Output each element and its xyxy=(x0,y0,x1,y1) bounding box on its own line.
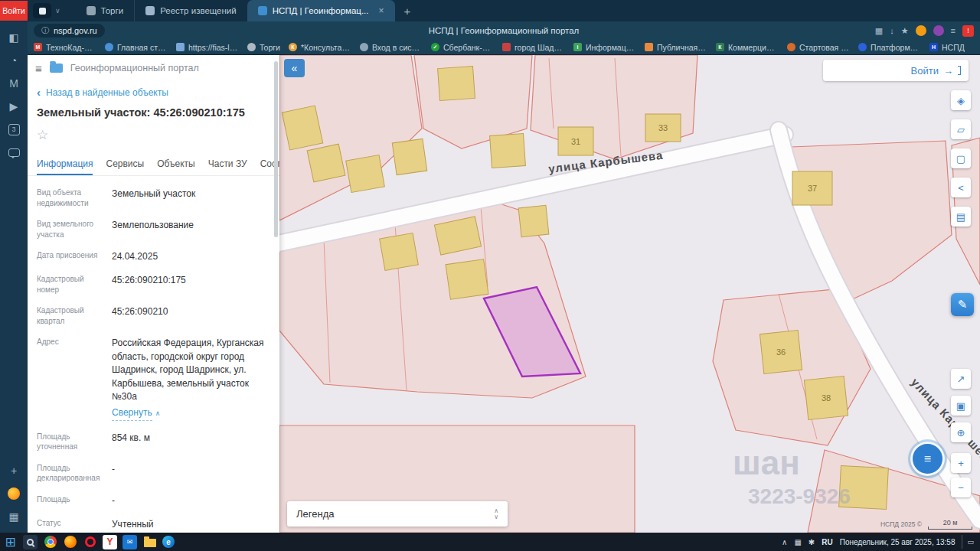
messenger-icon[interactable] xyxy=(0,141,28,164)
screenshot-icon[interactable]: ▦ xyxy=(0,505,28,528)
legend-bar[interactable]: Легенда ∧ ∨ xyxy=(287,501,508,527)
zoom-in-button[interactable]: + xyxy=(951,453,971,473)
firefox-icon[interactable] xyxy=(63,535,77,549)
media-play-icon[interactable]: ▶ xyxy=(0,95,28,118)
building[interactable] xyxy=(446,259,488,300)
yandex-browser-icon[interactable]: Y xyxy=(103,535,117,549)
chat-button[interactable]: ≡ xyxy=(910,442,945,476)
tab-close-icon[interactable]: × xyxy=(379,5,384,16)
map-frame-icon[interactable]: ▣ xyxy=(951,396,971,416)
tray-chevron-icon[interactable]: ∧ xyxy=(782,538,787,546)
address-bar[interactable]: ⓘ nspd.gov.ru xyxy=(34,24,105,37)
browser-tab[interactable]: Реестр извещений xyxy=(134,0,247,21)
bookmark-item[interactable]: Торги xyxy=(247,43,280,52)
bookmark-item[interactable]: ✓Сбербанк-АСТ xyxy=(431,43,494,52)
ruler-icon[interactable]: ▱ xyxy=(951,119,971,139)
profile-avatar[interactable] xyxy=(933,25,944,36)
zoom-out-button[interactable]: − xyxy=(951,478,971,497)
bookmark-label: Торги xyxy=(260,43,280,52)
bookmark-item[interactable]: Главная страниц xyxy=(105,43,168,52)
bookmark-label: НСПД xyxy=(942,43,965,52)
alice-icon[interactable] xyxy=(0,482,28,505)
building[interactable] xyxy=(380,233,419,270)
bookmark-item[interactable]: https://fias-lk.nal xyxy=(176,43,239,52)
mail-app-icon[interactable]: ✉ xyxy=(122,535,137,549)
draw-tool-button[interactable]: ✎ xyxy=(951,293,974,316)
bookmark-favicon: ✓ xyxy=(431,43,439,51)
tray-asterisk-icon[interactable]: ✱ xyxy=(808,538,815,546)
panel-tab[interactable]: Части ЗУ xyxy=(208,158,247,175)
panel-tab[interactable]: Сервисы xyxy=(106,158,144,175)
panel-collapse-button[interactable]: « xyxy=(284,59,305,77)
language-indicator[interactable]: RU xyxy=(822,538,832,546)
downloads-icon[interactable]: ↓ xyxy=(890,26,894,35)
building[interactable]: 36 xyxy=(760,331,802,374)
browser-menu-icon[interactable]: ≡ xyxy=(951,26,956,35)
bookmark-item[interactable]: Платформа госу xyxy=(858,43,921,52)
favorite-star-icon[interactable]: ☆ xyxy=(28,120,279,150)
site-info-icon[interactable]: ⓘ xyxy=(41,25,49,36)
taskbar-search-icon[interactable] xyxy=(23,535,38,549)
history-icon[interactable]: ◔ xyxy=(0,49,28,72)
bookmark-item[interactable]: MТехноКад-Муниц xyxy=(34,43,96,52)
cadastral-parcel[interactable] xyxy=(531,55,697,159)
browser-tab[interactable]: НСПД | Геоинформац...× xyxy=(247,0,395,21)
file-explorer-icon[interactable] xyxy=(142,535,157,549)
map-login-button[interactable]: Войти → xyxy=(823,60,969,81)
cadastral-map[interactable]: 3133373638улица Карбышеваулица Карбышева… xyxy=(279,55,980,533)
bookmark-item[interactable]: ККоммерция МО xyxy=(716,43,779,52)
bookmark-star-icon[interactable]: ★ xyxy=(901,26,909,36)
building[interactable] xyxy=(490,134,526,168)
bookmark-item[interactable]: Вход в систему xyxy=(360,43,423,52)
start-button[interactable]: ⊞ xyxy=(3,535,18,549)
building[interactable]: 38 xyxy=(804,376,848,419)
taskbar-clock[interactable]: Понедельник, 25 авг 2025, 13:58 xyxy=(840,538,956,546)
menu-icon[interactable]: ≡ xyxy=(35,62,42,75)
bookmark-item[interactable]: К*КонсультантПлю xyxy=(289,43,351,52)
bookmark-item[interactable]: город Шадринск xyxy=(502,43,565,52)
map-canvas[interactable]: 3133373638улица Карбышеваулица Карбышева… xyxy=(279,55,980,533)
extensions-icon[interactable]: ▦ xyxy=(875,26,883,36)
building[interactable] xyxy=(307,144,345,182)
panel-tab[interactable]: Объекты xyxy=(157,158,195,175)
bookmark-item[interactable]: iИнформация о р xyxy=(573,43,636,52)
add-panel-icon[interactable]: + xyxy=(0,459,28,482)
extension-red-icon[interactable]: ! xyxy=(962,25,974,37)
collapse-address-link[interactable]: Свернуть xyxy=(112,406,152,420)
building[interactable] xyxy=(346,155,385,192)
building[interactable] xyxy=(518,205,549,237)
share-icon[interactable]: < xyxy=(951,178,971,197)
notification-panel-icon[interactable]: ▭ xyxy=(962,535,974,549)
opera-icon[interactable] xyxy=(83,535,97,549)
back-link[interactable]: ‹ Назад в найденные объекты xyxy=(28,81,279,99)
bookmark-item[interactable]: Стартовая стран xyxy=(787,43,850,52)
locate-icon[interactable]: ↗ xyxy=(951,369,971,389)
building[interactable] xyxy=(438,66,475,100)
layers-icon[interactable]: ◈ xyxy=(951,90,971,110)
chrome-icon[interactable] xyxy=(43,535,57,549)
panel-scrollbar[interactable] xyxy=(274,61,278,237)
bookmark-item[interactable]: ННСПД xyxy=(929,43,965,52)
tabs-dropdown-chevron[interactable]: ∨ xyxy=(55,7,60,15)
print-icon[interactable]: ▤ xyxy=(951,207,971,227)
login-badge[interactable]: Войти xyxy=(0,1,28,21)
bookmark-item[interactable]: Публичная кадас xyxy=(645,43,707,52)
tabs-count-badge[interactable]: 3 xyxy=(0,118,28,141)
panel-tab[interactable]: Информация xyxy=(37,158,93,175)
search-area-icon[interactable]: ⊕ xyxy=(951,422,971,442)
profile-avatar[interactable] xyxy=(916,25,926,36)
side-panels-icon[interactable]: ◧ xyxy=(0,26,28,49)
bookmark-favicon xyxy=(360,43,368,51)
new-tab-button[interactable]: + xyxy=(404,5,411,18)
tray-grid-icon[interactable]: ▦ xyxy=(794,538,801,546)
building[interactable]: 31 xyxy=(558,127,593,155)
building[interactable] xyxy=(392,139,426,174)
browser-tab[interactable]: Торги xyxy=(76,0,135,21)
tab-group-icon[interactable] xyxy=(33,3,51,18)
mail-icon[interactable]: M xyxy=(0,72,28,95)
edge-icon[interactable]: e xyxy=(162,536,175,548)
building[interactable]: 37 xyxy=(792,171,832,205)
building[interactable]: 33 xyxy=(645,114,681,142)
select-area-icon[interactable]: ▢ xyxy=(951,148,971,168)
legend-sort-icon[interactable]: ∧ ∨ xyxy=(494,508,508,520)
